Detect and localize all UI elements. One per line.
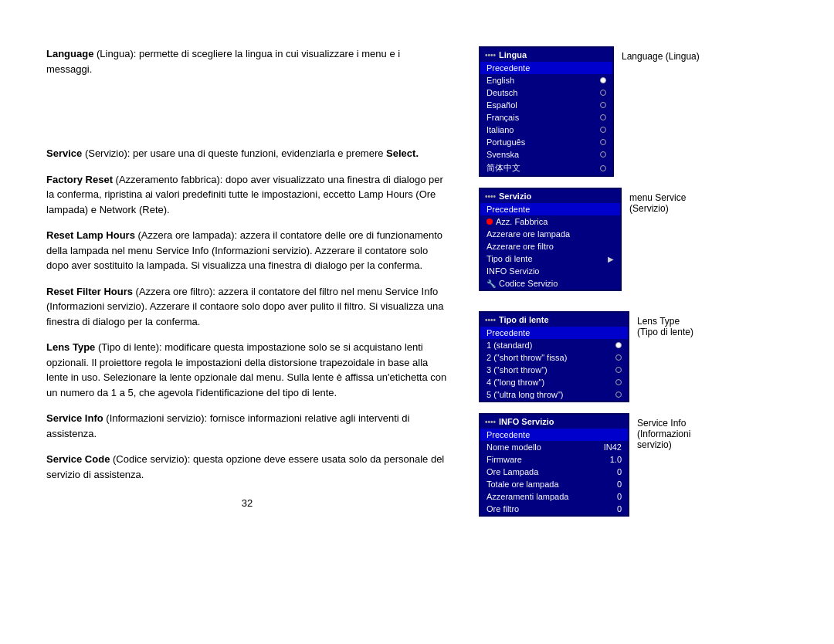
info-firmware-value: 1.0	[610, 455, 622, 464]
info-ore-lampada-value: 0	[617, 467, 622, 476]
service-text: (Servizio): per usare una di queste funz…	[85, 147, 386, 159]
language-text: (Lingua): permette di scegliere la lingu…	[46, 48, 400, 75]
info-firmware-label: Firmware	[486, 455, 522, 464]
service-bold: Service	[46, 147, 82, 159]
info-totale-ore-value: 0	[617, 480, 622, 489]
tipo-lente-side-label-line1: Lens Type	[637, 316, 722, 327]
reset-filter-block: Reset Filter Hours (Azzera ore filtro): …	[46, 284, 448, 330]
tipo-lente-2-radio	[615, 354, 622, 361]
servizio-azzerare-filtro[interactable]: Azzerare ore filtro	[480, 240, 620, 253]
lingua-english-label: English	[486, 76, 514, 85]
servizio-precedente[interactable]: Precedente	[480, 203, 620, 215]
info-firmware: Firmware 1.0	[480, 453, 628, 466]
info-servizio-title: INFO Servizio	[499, 417, 554, 426]
codice-label: Codice Servizio	[499, 279, 558, 288]
servizio-codice[interactable]: 🔧 Codice Servizio	[480, 277, 620, 290]
tipo-lente-3-label: 3 ("short throw")	[486, 365, 548, 375]
tipo-lente-dots: ••••	[485, 316, 496, 324]
servizio-tipo-lente[interactable]: Tipo di lente ▶	[480, 253, 620, 265]
info-servizio-precedente[interactable]: Precedente	[480, 429, 628, 441]
info-nome-modello: Nome modello IN42	[480, 441, 628, 453]
lingua-italiano[interactable]: Italiano	[480, 124, 612, 136]
tipo-lente-5-label: 5 ("ultra long throw")	[486, 390, 564, 399]
lingua-menu-box: •••• Lingua Precedente English Deutsch E…	[479, 46, 614, 177]
reset-lamp-bold: Reset Lamp Hours	[46, 229, 135, 241]
servizio-panel-wrapper: •••• Servizio Precedente Azz. Fabbrica A…	[479, 188, 695, 291]
factory-reset-bold: Factory Reset	[46, 174, 113, 185]
lingua-english[interactable]: English	[480, 74, 612, 86]
servizio-azzerare-lampada[interactable]: Azzerare ore lampada	[480, 228, 620, 240]
info-ore-filtro-label: Ore filtro	[486, 504, 519, 514]
azzerare-lampada-label: Azzerare ore lampada	[486, 229, 570, 239]
tipo-lente-menu-box: •••• Tipo di lente Precedente 1 (standar…	[479, 311, 629, 402]
reset-filter-bold: Reset Filter Hours	[46, 286, 133, 297]
tipo-lente-4-radio	[615, 379, 622, 385]
lens-type-text: (Tipo di lente): modificare questa impos…	[46, 341, 446, 398]
tipo-lente-4[interactable]: 4 ("long throw")	[480, 376, 628, 388]
service-info-block: Service Info (Informazioni servizio): fo…	[46, 411, 448, 441]
lingua-svenska-label: Svenska	[486, 150, 519, 159]
lingua-portugues[interactable]: Português	[480, 136, 612, 148]
lingua-deutsch-radio	[600, 90, 606, 96]
lingua-espanol-radio	[600, 102, 606, 108]
tipo-lente-3[interactable]: 3 ("short throw")	[480, 364, 628, 376]
lingua-chinese[interactable]: 简体中文	[480, 161, 612, 175]
tipo-lente-5[interactable]: 5 ("ultra long throw")	[480, 388, 628, 401]
info-azzeramenti-value: 0	[617, 492, 622, 501]
tipo-lente-side-label-line2: (Tipo di lente)	[637, 327, 722, 337]
servizio-menu-box: •••• Servizio Precedente Azz. Fabbrica A…	[479, 188, 622, 291]
codice-wrench-icon: 🔧	[486, 280, 496, 288]
tipo-lente-2-label: 2 ("short throw" fissa)	[486, 353, 567, 362]
info-nome-modello-label: Nome modello	[486, 442, 541, 452]
lingua-svenska[interactable]: Svenska	[480, 148, 612, 161]
info-ore-filtro: Ore filtro 0	[480, 503, 628, 515]
lingua-deutsch[interactable]: Deutsch	[480, 86, 612, 99]
lingua-svenska-radio	[600, 151, 606, 158]
info-servizio-title-bar: •••• INFO Servizio	[480, 415, 628, 429]
servizio-side-label: menu Service (Servizio)	[629, 188, 714, 214]
lingua-francais-radio	[600, 114, 606, 120]
right-column: •••• Lingua Precedente English Deutsch E…	[479, 46, 695, 517]
lingua-precedente[interactable]: Precedente	[480, 62, 612, 74]
lingua-title-bar: •••• Lingua	[480, 48, 612, 62]
tipo-lente-1-label: 1 (standard)	[486, 341, 532, 350]
azzerare-filtro-label: Azzerare ore filtro	[486, 242, 554, 251]
tipo-lente-1[interactable]: 1 (standard)	[480, 339, 628, 351]
azz-fabbrica-label: Azz. Fabbrica	[496, 217, 548, 226]
tipo-lente-title: Tipo di lente	[499, 315, 549, 324]
tipo-lente-label: Tipo di lente	[486, 254, 533, 263]
info-servizio-menu-box: •••• INFO Servizio Precedente Nome model…	[479, 413, 629, 517]
lingua-title: Lingua	[499, 50, 527, 59]
info-ore-filtro-value: 0	[617, 504, 622, 514]
servizio-azz-fabbrica[interactable]: Azz. Fabbrica	[480, 215, 620, 228]
page-number: 32	[46, 497, 448, 509]
tipo-lente-panel-wrapper: •••• Tipo di lente Precedente 1 (standar…	[479, 311, 695, 402]
azz-fabbrica-icon	[486, 219, 493, 225]
service-info-bold: Service Info	[46, 412, 103, 424]
lingua-francais-label: Français	[486, 113, 519, 122]
servizio-info-label: INFO Servizio	[486, 266, 539, 276]
lens-type-bold: Lens Type	[46, 341, 95, 353]
lingua-espanol-label: Español	[486, 100, 517, 110]
lingua-side-label: Language (Lingua)	[622, 46, 707, 62]
lingua-italiano-radio	[600, 127, 606, 133]
service-block: Service (Servizio): per usare una di que…	[46, 146, 448, 161]
service-code-block: Service Code (Codice servizio): questa o…	[46, 452, 448, 482]
factory-reset-block: Factory Reset (Azzeramento fabbrica): do…	[46, 172, 448, 218]
tipo-lente-menu: •••• Tipo di lente Precedente 1 (standar…	[479, 311, 629, 402]
tipo-lente-4-label: 4 ("long throw")	[486, 378, 544, 387]
lingua-francais[interactable]: Français	[480, 111, 612, 124]
tipo-lente-2[interactable]: 2 ("short throw" fissa)	[480, 351, 628, 364]
select-bold: Select.	[386, 147, 419, 159]
tipo-lente-side-label: Lens Type (Tipo di lente)	[637, 311, 722, 337]
info-totale-ore-label: Totale ore lampada	[486, 480, 559, 489]
info-azzeramenti: Azzeramenti lampada 0	[480, 490, 628, 503]
servizio-info[interactable]: INFO Servizio	[480, 265, 620, 277]
servizio-dots: ••••	[485, 192, 496, 201]
lingua-dots: ••••	[485, 51, 496, 59]
lingua-espanol[interactable]: Español	[480, 99, 612, 111]
lingua-portugues-radio	[600, 139, 606, 145]
tipo-lente-3-radio	[615, 367, 622, 373]
lingua-deutsch-label: Deutsch	[486, 88, 517, 97]
tipo-lente-precedente[interactable]: Precedente	[480, 327, 628, 339]
